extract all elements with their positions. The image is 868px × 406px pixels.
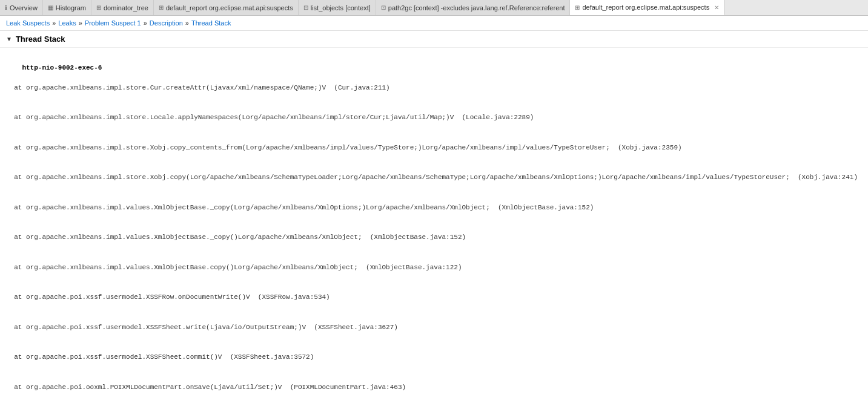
- tab-path2gc[interactable]: ⊡ path2gc [context] -excludes java.lang.…: [376, 0, 571, 15]
- stack-line-2: at org.apache.xmlbeans.impl.store.Xobj.c…: [6, 143, 862, 153]
- tab-default-report-suspects[interactable]: ⊞ default_report org.eclipse.mat.api:sus…: [154, 0, 299, 15]
- stack-line-3: at org.apache.xmlbeans.impl.store.Xobj.c…: [6, 172, 862, 183]
- thread-name: http-nio-9002-exec-6: [22, 64, 102, 71]
- breadcrumb-problem-suspect[interactable]: Problem Suspect 1: [85, 19, 141, 27]
- breadcrumb: Leak Suspects » Leaks » Problem Suspect …: [0, 16, 868, 31]
- breadcrumb-leaks[interactable]: Leaks: [58, 19, 76, 27]
- tab-default-report-active[interactable]: ⊞ default_report org.eclipse.mat.api:sus…: [570, 0, 724, 15]
- breadcrumb-leak-suspects[interactable]: Leak Suspects: [6, 19, 50, 27]
- stack-line-1: at org.apache.xmlbeans.impl.store.Locale…: [6, 113, 862, 123]
- tab-bar: ℹ Overview ▦ Histogram ⊞ dominator_tree …: [0, 0, 868, 16]
- main-content: Leak Suspects » Leaks » Problem Suspect …: [0, 16, 868, 406]
- section-title-text: Thread Stack: [16, 34, 65, 44]
- stack-line-0: at org.apache.xmlbeans.impl.store.Cur.cr…: [6, 83, 862, 93]
- stack-line-4: at org.apache.xmlbeans.impl.values.XmlOb…: [6, 203, 862, 213]
- stack-line-10: at org.apache.poi.ooxml.POIXMLDocumentPa…: [6, 382, 862, 393]
- report-active-icon: ⊞: [575, 4, 580, 11]
- stack-line-9: at org.apache.poi.xssf.usermodel.XSSFShe…: [6, 352, 862, 362]
- sep4: »: [185, 19, 189, 27]
- sep3: »: [144, 19, 147, 27]
- sep1: »: [52, 19, 56, 27]
- sep2: »: [79, 19, 82, 27]
- tab-histogram[interactable]: ▦ Histogram: [43, 0, 91, 15]
- breadcrumb-thread-stack[interactable]: Thread Stack: [191, 19, 231, 27]
- tab-overview[interactable]: ℹ Overview: [0, 0, 43, 15]
- breadcrumb-description[interactable]: Description: [150, 19, 183, 27]
- report-icon: ⊞: [159, 4, 164, 11]
- section-title-bar: ▼ Thread Stack: [0, 31, 868, 48]
- stack-line-8: at org.apache.poi.xssf.usermodel.XSSFShe…: [6, 323, 862, 333]
- stack-line-5: at org.apache.xmlbeans.impl.values.XmlOb…: [6, 232, 862, 243]
- path-icon: ⊡: [381, 4, 386, 11]
- stack-line-7: at org.apache.poi.xssf.usermodel.XSSFRow…: [6, 292, 862, 303]
- list-icon: ⊡: [303, 4, 308, 11]
- close-tab-button[interactable]: ✕: [714, 4, 719, 11]
- histogram-icon: ▦: [48, 4, 53, 11]
- dominator-icon: ⊞: [96, 4, 101, 11]
- tab-list-objects[interactable]: ⊡ list_objects [context]: [299, 0, 376, 15]
- overview-icon: ℹ: [5, 4, 7, 11]
- stack-line-6: at org.apache.xmlbeans.impl.values.XmlOb…: [6, 263, 862, 273]
- tab-dominator-tree[interactable]: ⊞ dominator_tree: [91, 0, 154, 15]
- stack-content[interactable]: http-nio-9002-exec-6 at org.apache.xmlbe…: [0, 48, 868, 406]
- collapse-icon[interactable]: ▼: [6, 36, 12, 42]
